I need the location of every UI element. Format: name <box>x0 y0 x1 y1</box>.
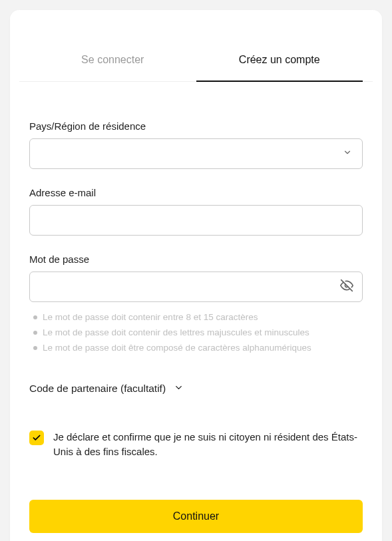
signup-card: Se connecter Créez un compte Pays/Région… <box>10 10 382 541</box>
check-icon <box>32 433 41 443</box>
email-field-group: Adresse e-mail <box>29 187 363 236</box>
country-select-wrap <box>29 138 363 169</box>
auth-tabs: Se connecter Créez un compte <box>19 53 373 82</box>
password-rules: Le mot de passe doit contenir entre 8 et… <box>29 310 363 356</box>
consent-checkbox[interactable] <box>29 431 44 445</box>
continue-label: Continuer <box>173 510 219 522</box>
password-input-wrap <box>29 271 363 302</box>
country-select[interactable] <box>29 138 363 169</box>
chevron-down-icon <box>174 383 184 395</box>
email-field[interactable] <box>29 205 363 236</box>
country-label: Pays/Région de résidence <box>29 120 363 132</box>
password-rule: Le mot de passe doit contenir des lettre… <box>29 325 363 341</box>
eye-off-icon[interactable] <box>340 279 353 295</box>
consent-text: Je déclare et confirme que je ne suis ni… <box>53 430 363 460</box>
tab-login-label: Se connecter <box>81 54 144 65</box>
password-field-group: Mot de passe <box>29 254 363 302</box>
partner-code-toggle[interactable]: Code de partenaire (facultatif) <box>29 383 363 395</box>
tab-signup-label: Créez un compte <box>239 54 320 65</box>
tab-signup[interactable]: Créez un compte <box>196 54 363 82</box>
password-rule: Le mot de passe doit être composé de car… <box>29 341 363 356</box>
country-field-group: Pays/Région de résidence <box>29 120 363 169</box>
continue-button[interactable]: Continuer <box>29 500 363 533</box>
password-rule: Le mot de passe doit contenir entre 8 et… <box>29 310 363 325</box>
password-label: Mot de passe <box>29 254 363 265</box>
consent-row: Je déclare et confirme que je ne suis ni… <box>29 430 363 460</box>
tab-login[interactable]: Se connecter <box>29 54 196 82</box>
partner-label: Code de partenaire (facultatif) <box>29 383 166 395</box>
email-label: Adresse e-mail <box>29 187 363 198</box>
password-field[interactable] <box>29 271 363 302</box>
